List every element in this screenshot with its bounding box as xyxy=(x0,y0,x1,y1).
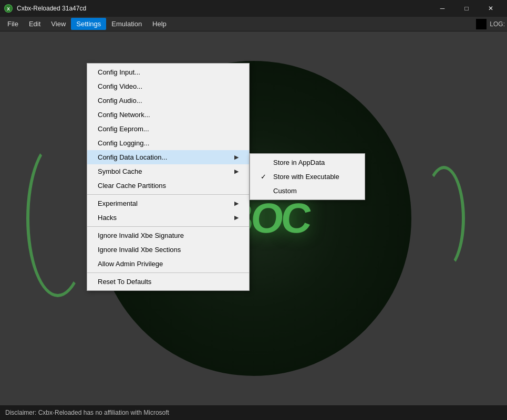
menu-symbol-cache[interactable]: Symbol Cache ▶ xyxy=(87,164,249,178)
log-label: LOG: xyxy=(490,20,505,28)
menu-bar: File Edit View Settings Emulation Help L… xyxy=(0,17,507,32)
menu-view[interactable]: View xyxy=(46,18,71,30)
menu-config-network[interactable]: Config Network... xyxy=(87,108,249,122)
menu-hacks[interactable]: Hacks ▶ xyxy=(87,211,249,225)
arrow-icon: ▶ xyxy=(234,214,239,221)
submenu-custom[interactable]: Custom xyxy=(250,184,365,198)
separator-1 xyxy=(87,194,249,195)
menu-config-logging[interactable]: Config Logging... xyxy=(87,136,249,150)
menu-settings[interactable]: Settings xyxy=(71,18,106,30)
settings-dropdown: Config Input... Config Video... Config A… xyxy=(87,63,250,291)
separator-2 xyxy=(87,226,249,227)
menu-config-audio[interactable]: Config Audio... xyxy=(87,93,249,108)
main-content: XBOC Config Input... Config Video... Con… xyxy=(0,32,507,405)
submenu-store-with-executable[interactable]: ✓ Store with Executable xyxy=(250,170,365,184)
close-button[interactable]: ✕ xyxy=(479,0,503,17)
arrow-icon: ▶ xyxy=(234,168,239,175)
app-icon: X xyxy=(4,4,13,13)
menu-ignore-invalid-xbe-sections[interactable]: Ignore Invalid Xbe Sections xyxy=(87,243,249,257)
menu-experimental[interactable]: Experimental ▶ xyxy=(87,196,249,211)
title-bar: X Cxbx-Reloaded 31a47cd ─ □ ✕ xyxy=(0,0,507,17)
separator-3 xyxy=(87,272,249,273)
menu-emulation[interactable]: Emulation xyxy=(106,18,147,30)
arrow-icon: ▶ xyxy=(234,200,239,207)
window-title: Cxbx-Reloaded 31a47cd xyxy=(17,5,430,12)
restore-button[interactable]: □ xyxy=(454,0,479,17)
menu-bar-right: LOG: xyxy=(476,19,505,29)
green-arc-right xyxy=(423,166,465,271)
status-text: Disclaimer: Cxbx-Reloaded has no affilia… xyxy=(5,409,169,416)
menu-file[interactable]: File xyxy=(2,18,24,30)
menu-config-data-location[interactable]: Config Data Location... ▶ xyxy=(87,150,249,164)
minimize-button[interactable]: ─ xyxy=(430,0,454,17)
background-visual: XBOC xyxy=(0,32,507,405)
svg-text:X: X xyxy=(7,6,10,12)
window-controls: ─ □ ✕ xyxy=(430,0,503,17)
checkmark-executable: ✓ xyxy=(261,173,269,181)
menu-allow-admin-privilege[interactable]: Allow Admin Privilege xyxy=(87,257,249,271)
menu-edit[interactable]: Edit xyxy=(24,18,46,30)
menu-config-input[interactable]: Config Input... xyxy=(87,65,249,79)
submenu-store-in-appdata[interactable]: Store in AppData xyxy=(250,155,365,170)
menu-help[interactable]: Help xyxy=(147,18,172,30)
menu-config-eeprom[interactable]: Config Eeprom... xyxy=(87,122,249,136)
menu-reset-to-defaults[interactable]: Reset To Defaults xyxy=(87,275,249,289)
status-bar: Disclaimer: Cxbx-Reloaded has no affilia… xyxy=(0,405,507,420)
menu-clear-cache-partitions[interactable]: Clear Cache Partitions xyxy=(87,178,249,193)
menu-ignore-invalid-xbe-signature[interactable]: Ignore Invalid Xbe Signature xyxy=(87,228,249,243)
arrow-icon: ▶ xyxy=(234,154,239,161)
config-data-location-submenu: Store in AppData ✓ Store with Executable… xyxy=(250,153,365,200)
menu-config-video[interactable]: Config Video... xyxy=(87,79,249,93)
log-color-indicator xyxy=(476,19,487,29)
green-arc-left xyxy=(26,140,89,297)
